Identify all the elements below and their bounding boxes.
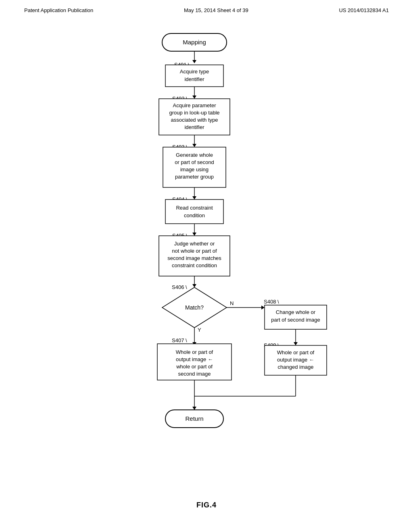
s409-text2: output image ← bbox=[277, 357, 314, 363]
svg-marker-23 bbox=[294, 342, 298, 345]
s403-text2: or part of second bbox=[175, 159, 214, 165]
s407-text3: whole or part of bbox=[176, 364, 213, 370]
s402-text2: group in look-up table bbox=[169, 110, 219, 116]
svg-rect-12 bbox=[165, 200, 223, 224]
header-right: US 2014/0132834 A1 bbox=[339, 7, 389, 13]
s407-text2: output image ← bbox=[176, 356, 213, 362]
figure-label: FIG.4 bbox=[196, 501, 217, 509]
s408-label: S408 \ bbox=[264, 299, 279, 305]
s403-text4: parameter group bbox=[175, 174, 214, 180]
s407-text4: second image bbox=[178, 371, 211, 377]
svg-marker-11 bbox=[192, 196, 196, 200]
svg-marker-14 bbox=[192, 233, 196, 236]
y-label: Y bbox=[198, 327, 201, 333]
svg-marker-8 bbox=[192, 144, 196, 147]
s407-text1: Whole or part of bbox=[176, 349, 213, 355]
svg-marker-5 bbox=[192, 96, 196, 99]
s405-text1: Judge whether or bbox=[174, 241, 215, 247]
header-middle: May 15, 2014 Sheet 4 of 39 bbox=[184, 7, 248, 13]
s405-text4: constraint condition bbox=[172, 262, 217, 268]
s403-text1: Generate whole bbox=[176, 152, 213, 158]
s406-match-text: Match? bbox=[185, 304, 204, 311]
end-node-text: Return bbox=[185, 415, 203, 422]
diagram-area: Mapping S401 \ Acquire type identifier S… bbox=[0, 17, 413, 509]
page-header: Patent Application Publication May 15, 2… bbox=[0, 0, 413, 17]
s403-text3: image using bbox=[180, 166, 209, 172]
s402-text3: associated with type bbox=[171, 117, 218, 123]
s402-text4: identifier bbox=[184, 124, 204, 130]
s402-text1: Acquire parameter bbox=[173, 102, 217, 108]
s408-text1: Change whole or bbox=[276, 309, 316, 315]
header-left: Patent Application Publication bbox=[24, 7, 93, 13]
svg-marker-20 bbox=[261, 305, 265, 310]
flowchart-svg: Mapping S401 \ Acquire type identifier S… bbox=[65, 21, 348, 493]
start-node-text: Mapping bbox=[183, 39, 206, 46]
s406-label: S406 \ bbox=[172, 284, 187, 290]
svg-marker-2 bbox=[192, 60, 196, 63]
s405-text2: not whole or part of bbox=[172, 248, 217, 254]
s404-text2: condition bbox=[184, 212, 205, 218]
s409-text3: changed image bbox=[278, 364, 314, 370]
svg-marker-17 bbox=[192, 284, 196, 287]
s409-text1: Whole or part of bbox=[277, 349, 315, 355]
s405-text3: second image matches bbox=[167, 255, 221, 261]
s404-text1: Read constraint bbox=[176, 205, 213, 211]
svg-marker-32 bbox=[192, 407, 196, 410]
s407-label: S407 \ bbox=[172, 337, 187, 343]
n-label: N bbox=[230, 300, 234, 306]
s401-text: Acquire type bbox=[180, 69, 209, 75]
s408-text2: part of second image bbox=[271, 317, 320, 323]
s401-text2: identifier bbox=[184, 76, 204, 82]
